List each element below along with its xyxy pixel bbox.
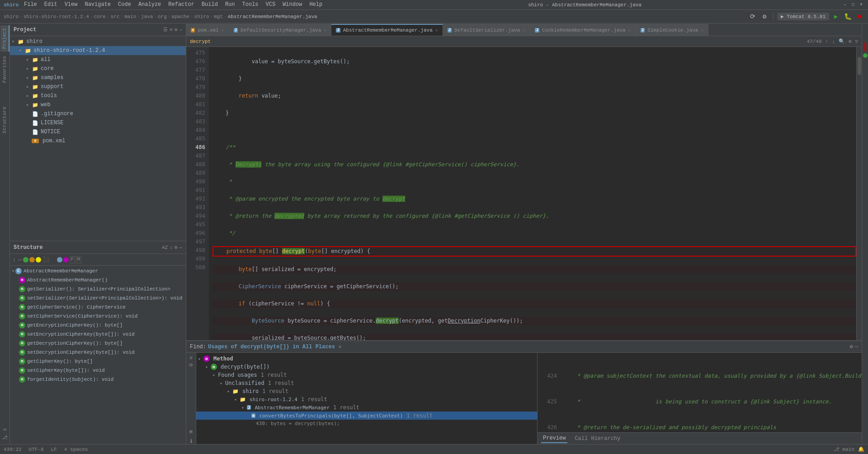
find-found-row[interactable]: ▾ Found usages 1 result	[196, 371, 537, 379]
tab-defaultsecurity-close[interactable]: ✕	[324, 28, 326, 33]
arrow-core[interactable]: ▸	[26, 66, 32, 71]
find-result-row[interactable]: m convertBytesToPrincipals(byte[], Subje…	[196, 412, 537, 420]
circle-red2[interactable]	[63, 257, 69, 262]
circle-orange[interactable]	[29, 257, 35, 262]
scroll-thumb[interactable]	[858, 57, 861, 75]
circle-green[interactable]	[23, 257, 28, 262]
editor-nav-down[interactable]: ↓	[832, 39, 835, 44]
editor-nav-up[interactable]: ↑	[826, 39, 829, 44]
find-close-btn[interactable]: ✕	[339, 344, 342, 350]
find-unclassified-row[interactable]: ▾ Unclassified 1 result	[196, 379, 537, 387]
project-toolbar-sync[interactable]: ☰	[163, 27, 168, 33]
sync-icon[interactable]: ⟳	[748, 12, 758, 22]
tree-item-support[interactable]: ▸ 📁 support	[10, 82, 186, 91]
stop-icon[interactable]: ■	[854, 12, 864, 22]
bc-apache[interactable]: apache	[171, 14, 189, 19]
editor-filter-icon[interactable]: ▽	[855, 38, 858, 44]
bc-org[interactable]: org	[158, 14, 167, 19]
find-line-row[interactable]: 430: bytes = decrypt(bytes);	[196, 420, 537, 427]
tree-item-license[interactable]: 📄 LICENSE	[10, 118, 186, 127]
find-method-arrow[interactable]: ▾	[198, 356, 201, 361]
bc-mgt[interactable]: mgt	[214, 14, 223, 19]
tab-pomxml[interactable]: x pom.xml ✕	[186, 24, 229, 36]
circle-blue[interactable]	[57, 257, 62, 262]
menu-run[interactable]: Run	[222, 0, 239, 9]
menu-refactor[interactable]: Refactor	[165, 0, 198, 9]
git-icon[interactable]: ⎇	[2, 435, 8, 440]
sort-alpha-icon[interactable]: AZ	[162, 245, 168, 250]
tab-defaultsecurity[interactable]: J DefaultSecurityManager.java ✕	[229, 24, 332, 36]
bc-main[interactable]: main	[124, 14, 136, 19]
tomcat-indicator[interactable]: ▶ Tomcat 8.5.81	[777, 13, 829, 20]
run-icon[interactable]: ▶	[831, 12, 841, 22]
find-shiroroot-arrow[interactable]: ▾	[234, 397, 237, 402]
find-shiro-arrow[interactable]: ▾	[227, 389, 230, 394]
struct-method-2[interactable]: m getSerializer(): Serializer<PrincipalC…	[10, 285, 186, 294]
editor-find-icon[interactable]: 🔍	[839, 38, 845, 44]
find-shiro-row[interactable]: ▾ 📁 shiro 1 result	[196, 387, 537, 395]
find-strip-icon2[interactable]: ⟳	[189, 362, 193, 368]
arrow-root[interactable]: ▾	[19, 48, 24, 53]
tab-defaultserial[interactable]: J DefaultSerializer.java ✕	[443, 24, 531, 36]
tab-cookieremember-close[interactable]: ✕	[628, 28, 631, 33]
strip-tab-project[interactable]: Project	[0, 25, 9, 51]
find-settings-icon[interactable]: ⚙	[850, 343, 853, 350]
project-toolbar-settings[interactable]: ⚙	[175, 27, 178, 33]
bc-root[interactable]: shiro-shiro-root-1.2.4	[24, 14, 89, 19]
find-shiroroot-row[interactable]: ▾ 📁 shiro-root-1.2.4 1 result	[196, 395, 537, 403]
sort-icon-2[interactable]: ↔	[18, 256, 23, 263]
circle-yellow[interactable]	[36, 257, 41, 262]
find-found-arrow[interactable]: ▾	[212, 373, 215, 378]
menu-build[interactable]: Build	[198, 0, 222, 9]
bc-src[interactable]: src	[110, 14, 119, 19]
tree-item-all[interactable]: ▸ 📁 all	[10, 55, 186, 64]
struct-root[interactable]: ▾ C AbstractRememberMeManager	[10, 267, 186, 276]
arrow-support[interactable]: ▸	[26, 84, 32, 89]
tab-abstractremember-close[interactable]: ✕	[435, 28, 438, 33]
tree-item-core[interactable]: ▸ 📁 core	[10, 64, 186, 73]
maximize-button[interactable]: □	[850, 2, 856, 8]
find-panel-settings2[interactable]: —	[855, 344, 858, 350]
settings-icon[interactable]: ⚙	[760, 12, 769, 22]
menu-help[interactable]: Help	[306, 0, 326, 9]
code-content[interactable]: value = byteSource.getBytes(); } return …	[209, 47, 856, 340]
debug-icon[interactable]: 🐛	[843, 12, 853, 22]
tree-item-root[interactable]: ▾ 📁 shiro-shiro-root-1.2.4	[10, 46, 186, 55]
find-preview-code[interactable]: 424 * @param subjectContext the contextu…	[538, 353, 862, 432]
strip-tab-favorites[interactable]: Favorites	[0, 53, 10, 85]
arrow-tools[interactable]: ▸	[26, 93, 32, 98]
editor-settings-icon[interactable]: ⚙	[849, 38, 852, 44]
strip-tab-structure[interactable]: Structure	[0, 104, 9, 136]
menu-edit[interactable]: Edit	[41, 0, 61, 9]
tab-defaultserial-close[interactable]: ✕	[523, 28, 525, 33]
bc-java[interactable]: java	[141, 14, 153, 19]
bc-shiro2[interactable]: shiro	[194, 14, 209, 19]
find-decrypt-row[interactable]: ▾ m decrypt(byte[])	[196, 363, 537, 371]
bc-core[interactable]: core	[94, 14, 105, 19]
struct-method-9[interactable]: m setDecryptionCipherKey(byte[]): void	[10, 348, 186, 357]
icon-f[interactable]: F	[70, 256, 75, 263]
editor-method-label[interactable]: decrypt	[190, 39, 211, 44]
struct-root-arrow[interactable]: ▾	[12, 268, 14, 274]
status-git-icon[interactable]: ⎇ main	[834, 446, 854, 452]
find-strip-icon4[interactable]: ℹ	[190, 438, 192, 444]
menu-analyze[interactable]: Analyze	[135, 0, 165, 9]
find-abstract-row[interactable]: ▾ J AbstractRememberMeManager 1 result	[196, 403, 537, 412]
icon-m[interactable]: M	[76, 256, 81, 263]
struct-method-7[interactable]: m setEncryptionCipherKey(byte[]): void	[10, 330, 186, 339]
menu-vcs[interactable]: VCS	[262, 0, 279, 9]
bc-file[interactable]: AbstractRememberMeManager.java	[228, 14, 317, 19]
bc-shiro[interactable]: shiro	[4, 14, 19, 19]
terminal-icon[interactable]: ⌨	[3, 427, 6, 433]
sort-icon-4[interactable]: !	[51, 256, 56, 263]
tree-item-tools[interactable]: ▸ 📁 tools	[10, 91, 186, 100]
status-notifications[interactable]: 🔔	[858, 446, 864, 452]
tree-item-web[interactable]: ▸ 📁 web	[10, 100, 186, 109]
tree-item-gitignore[interactable]: 📄 .gitignore	[10, 109, 186, 118]
close-button[interactable]: ×	[858, 2, 864, 8]
menu-view[interactable]: View	[61, 0, 81, 9]
struct-method-11[interactable]: m setCipherKey(byte[]): void	[10, 366, 186, 375]
preview-tab-callhierarchy[interactable]: Call Hierarchy	[573, 435, 622, 443]
struct-method-12[interactable]: m forgetIdentity(Subject): void	[10, 375, 186, 384]
struct-method-3[interactable]: m setSerializer(Serializer<PrincipalColl…	[10, 294, 186, 303]
